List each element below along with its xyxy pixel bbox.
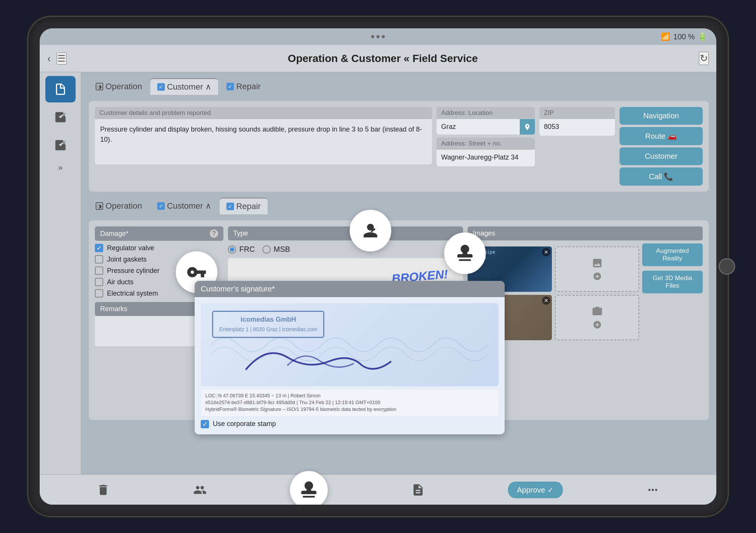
home-button[interactable] (719, 258, 735, 275)
tab-customer-1[interactable]: ✓ Customer ∧ (150, 78, 218, 95)
info-icon: ? (210, 229, 218, 238)
customer-card: Customer details and problem reported Pr… (89, 101, 709, 192)
repair-card: Damage* ? ✓ Regulator valve Jo (89, 220, 709, 420)
use-stamp-label: Use corporate stamp (213, 420, 276, 428)
use-stamp-row: ✓ Use corporate stamp (201, 420, 499, 428)
images-header: Images (468, 226, 703, 240)
damage-check-1[interactable] (95, 255, 103, 263)
main-layout: » ◑ Operation ✓ Customer ∧ ✓ (40, 72, 716, 474)
stamp-right-icon (455, 243, 475, 263)
route-button[interactable]: Route 🚗 (620, 127, 703, 145)
radio-frc[interactable]: FRC (228, 245, 255, 254)
sidebar-item-1[interactable] (45, 76, 76, 102)
battery-icon: 🔋 (698, 32, 707, 41)
back-button[interactable]: ‹ (47, 53, 51, 65)
wifi-icon: 📶 (661, 32, 670, 41)
chevron-up-icon-2: ∧ (205, 201, 211, 211)
customer-button[interactable]: Customer (620, 147, 703, 165)
customer-grid: Customer details and problem reported Pr… (95, 107, 703, 186)
damage-check-0[interactable]: ✓ (95, 244, 103, 252)
type-radio-group: FRC MSB (228, 245, 463, 254)
more-icon (646, 483, 660, 497)
city-row: Graz (437, 119, 535, 135)
zip-field: ZIP 8053 (539, 107, 615, 136)
tab-operation-2[interactable]: ◑ Operation (89, 198, 149, 214)
damage-check-2[interactable] (95, 266, 103, 275)
sidebar-more[interactable]: » (58, 163, 62, 173)
signature-info: LOC: N 47.06739 E 15.43345 ~ 13 m | Robe… (201, 389, 499, 416)
augmented-reality-button[interactable]: Augmented Reality (642, 243, 703, 266)
sig-info-line3: HybridForms® Biometric Signature – ISO/1… (205, 406, 494, 413)
battery-text: 100 % (673, 33, 695, 41)
details-value: Pressure cylinder and display broken, hi… (95, 119, 432, 164)
add-image-btn[interactable] (555, 246, 639, 292)
delete-button[interactable] (96, 483, 110, 497)
stamp-bottom-icon (299, 480, 319, 500)
stamp-right-circle[interactable] (444, 232, 486, 274)
signature-header: Customer's signature* (195, 281, 505, 297)
street-value: Wagner-Jauregg-Platz 34 (437, 150, 535, 166)
users-button[interactable] (193, 483, 207, 497)
location-label: Address: Location (437, 107, 535, 119)
sidebar: » (40, 72, 81, 474)
radio-msb-circle[interactable] (262, 245, 271, 254)
tab-repair-2[interactable]: ✓ Repair (220, 198, 268, 214)
top-bar-left: ‹ ☰ (47, 53, 67, 65)
image-2-close[interactable]: ✕ (542, 296, 550, 305)
call-button[interactable]: Call 📞 (620, 167, 703, 186)
location-pin-btn[interactable] (520, 119, 535, 135)
tabs-row-1: ◑ Operation ✓ Customer ∧ ✓ Repair (89, 78, 709, 95)
page-title: Operation & Customer « Field Service (67, 53, 699, 65)
document-bottom-button[interactable] (411, 483, 425, 497)
menu-button[interactable]: ☰ (57, 53, 67, 65)
signature-image: icomedias GmbH Entenplatz 1 | 8020 Graz … (201, 303, 499, 386)
tab-repair-1[interactable]: ✓ Repair (220, 79, 268, 95)
zip-value: 8053 (539, 119, 615, 136)
person-edit-circle[interactable] (350, 210, 391, 251)
add-circle-icon (593, 272, 602, 281)
camera-icon (592, 306, 603, 317)
sidebar-item-3[interactable] (45, 132, 76, 158)
use-stamp-checkbox[interactable]: ✓ (201, 420, 209, 428)
city-value: Graz (437, 119, 520, 135)
refresh-button[interactable]: ↻ (699, 52, 709, 65)
customer-checkbox-2: ✓ (157, 202, 165, 210)
more-button[interactable] (646, 483, 660, 497)
type-header: Type (228, 226, 463, 240)
images-column: Images wire/pipedetail ✕ (468, 226, 703, 414)
chevron-up-icon-1: ∧ (205, 82, 211, 92)
status-right: 📶 100 % 🔋 (661, 32, 707, 41)
details-field: Customer details and problem reported Pr… (95, 107, 432, 164)
key-icon (186, 262, 207, 282)
get-3d-button[interactable]: Get 3D Media Files (642, 271, 703, 293)
approve-button[interactable]: Approve ✓ (508, 482, 563, 498)
details-label: Customer details and problem reported (95, 107, 432, 119)
status-bar: 📶 100 % 🔋 (40, 28, 716, 45)
person-edit-icon (360, 220, 381, 241)
add-camera-btn[interactable] (555, 295, 639, 340)
navigation-button[interactable]: Navigation (620, 107, 703, 125)
sig-info-line1: LOC: N 47.06739 E 15.43345 ~ 13 m | Robe… (205, 392, 494, 399)
top-bar: ‹ ☰ Operation & Customer « Field Service… (40, 45, 716, 72)
sidebar-item-2[interactable] (45, 104, 76, 130)
action-buttons: Navigation Route 🚗 Customer Call 📞 (620, 107, 703, 186)
operation-checkbox-2: ◑ (96, 202, 103, 210)
damage-check-3[interactable] (95, 278, 103, 286)
damage-check-4[interactable] (95, 289, 103, 297)
image-1-close[interactable]: ✕ (542, 248, 550, 256)
damage-item-0[interactable]: ✓ Regulator valve (95, 244, 223, 252)
signature-body: icomedias GmbH Entenplatz 1 | 8020 Graz … (195, 297, 505, 434)
doc-icon (411, 483, 425, 497)
pin-icon (524, 123, 531, 131)
tab-operation-1[interactable]: ◑ Operation (89, 79, 149, 95)
users-icon (193, 483, 207, 497)
trash-icon (96, 483, 110, 497)
stamp-bottom-button[interactable] (290, 471, 328, 505)
tablet-screen: 📶 100 % 🔋 ‹ ☰ Operation & Customer « Fie… (40, 28, 716, 505)
add-photo-icon (592, 257, 603, 269)
radio-msb[interactable]: MSB (262, 245, 290, 254)
customer-checkbox-1: ✓ (157, 83, 165, 91)
radio-frc-circle[interactable] (228, 245, 236, 254)
tab-customer-2[interactable]: ✓ Customer ∧ (150, 198, 218, 214)
sig-info-line2: #516e2574-be37-d981-bf79-9cr 495dd0d | T… (205, 399, 494, 406)
